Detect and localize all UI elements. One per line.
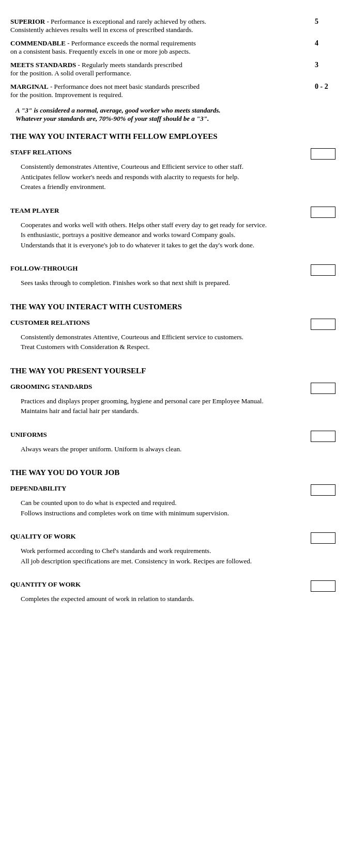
rating-description: MEETS STANDARDS - Regularly meets standa… — [10, 61, 315, 77]
section-block: THE WAY YOU INTERACT WITH CUSTOMERSCUSTO… — [10, 303, 335, 352]
rating-item: MARGINAL - Performance does not meet bas… — [10, 83, 335, 99]
rating-description: COMMENDABLE - Performance exceeds the no… — [10, 39, 315, 56]
category-description: Always wears the proper uniform. Uniform… — [10, 444, 335, 454]
category-block: STAFF RELATIONSConsistently demonstrates… — [10, 148, 335, 192]
section-block: THE WAY YOU PRESENT YOURSELFGROOMING STA… — [10, 367, 335, 454]
rating-description: SUPERIOR - Performance is exceptional an… — [10, 18, 315, 34]
score-box[interactable] — [311, 532, 335, 544]
notice-box: A "3" is considered a normal, average, g… — [10, 106, 335, 123]
section-block: THE WAY YOU DO YOUR JOBDEPENDABILITYCan … — [10, 468, 335, 604]
category-title: UNIFORMS — [10, 431, 47, 439]
section-title: THE WAY YOU DO YOUR JOB — [10, 468, 335, 477]
category-description: Can be counted upon to do what is expect… — [10, 498, 335, 518]
category-title: QUANTITY OF WORK — [10, 580, 81, 589]
category-title: FOLLOW-THROUGH — [10, 264, 78, 273]
category-block: QUALITY OF WORKWork performed according … — [10, 532, 335, 566]
category-description: Sees tasks through to completion. Finish… — [10, 278, 335, 288]
category-title: DEPENDABILITY — [10, 484, 66, 493]
score-box[interactable] — [311, 383, 335, 394]
rating-item: SUPERIOR - Performance is exceptional an… — [10, 18, 335, 34]
category-description: Completes the expected amount of work in… — [10, 594, 335, 604]
category-block: DEPENDABILITYCan be counted upon to do w… — [10, 484, 335, 518]
category-description: Consistently demonstrates Attentive, Cou… — [10, 332, 335, 352]
score-box[interactable] — [311, 148, 335, 160]
category-header: UNIFORMS — [10, 431, 335, 442]
rating-definitions: SUPERIOR - Performance is exceptional an… — [10, 18, 335, 99]
category-header: CUSTOMER RELATIONS — [10, 319, 335, 330]
section-block: THE WAY YOU INTERACT WITH FELLOW EMPLOYE… — [10, 132, 335, 288]
score-box[interactable] — [311, 580, 335, 592]
category-header: TEAM PLAYER — [10, 207, 335, 218]
section-title: THE WAY YOU INTERACT WITH CUSTOMERS — [10, 303, 335, 311]
rating-level-value: 4 — [315, 39, 335, 48]
rating-item: MEETS STANDARDS - Regularly meets standa… — [10, 61, 335, 77]
category-header: QUANTITY OF WORK — [10, 580, 335, 592]
sections-container: THE WAY YOU INTERACT WITH FELLOW EMPLOYE… — [10, 132, 335, 604]
notice-line1: A "3" is considered a normal, average, g… — [16, 106, 335, 115]
category-block: UNIFORMSAlways wears the proper uniform.… — [10, 431, 335, 454]
category-block: QUANTITY OF WORKCompletes the expected a… — [10, 580, 335, 604]
category-title: GROOMING STANDARDS — [10, 383, 92, 391]
section-title: THE WAY YOU PRESENT YOURSELF — [10, 367, 335, 375]
rating-level-value: 0 - 2 — [315, 83, 335, 91]
category-header: QUALITY OF WORK — [10, 532, 335, 544]
category-description: Work performed according to Chef's stand… — [10, 546, 335, 566]
score-box[interactable] — [311, 431, 335, 442]
section-title: THE WAY YOU INTERACT WITH FELLOW EMPLOYE… — [10, 132, 335, 141]
category-header: STAFF RELATIONS — [10, 148, 335, 160]
rating-item: COMMENDABLE - Performance exceeds the no… — [10, 39, 335, 56]
score-box[interactable] — [311, 484, 335, 496]
category-header: DEPENDABILITY — [10, 484, 335, 496]
rating-level-value: 3 — [315, 61, 335, 69]
category-header: FOLLOW-THROUGH — [10, 264, 335, 276]
rating-description: MARGINAL - Performance does not meet bas… — [10, 83, 315, 99]
category-description: Practices and displays proper grooming, … — [10, 396, 335, 416]
score-box[interactable] — [311, 319, 335, 330]
category-block: CUSTOMER RELATIONSConsistently demonstra… — [10, 319, 335, 352]
category-header: GROOMING STANDARDS — [10, 383, 335, 394]
notice-line2: Whatever your standards are, 70%-90% of … — [16, 115, 335, 123]
score-box[interactable] — [311, 207, 335, 218]
score-box[interactable] — [311, 264, 335, 276]
category-description: Consistently demonstrates Attentive, Cou… — [10, 162, 335, 192]
category-block: TEAM PLAYERCooperates and works well wit… — [10, 207, 335, 250]
category-title: CUSTOMER RELATIONS — [10, 319, 90, 327]
category-block: FOLLOW-THROUGHSees tasks through to comp… — [10, 264, 335, 288]
category-title: TEAM PLAYER — [10, 207, 59, 215]
rating-level-value: 5 — [315, 18, 335, 26]
category-description: Cooperates and works well with others. H… — [10, 220, 335, 250]
category-block: GROOMING STANDARDSPractices and displays… — [10, 383, 335, 416]
category-title: STAFF RELATIONS — [10, 148, 72, 156]
category-title: QUALITY OF WORK — [10, 532, 76, 541]
